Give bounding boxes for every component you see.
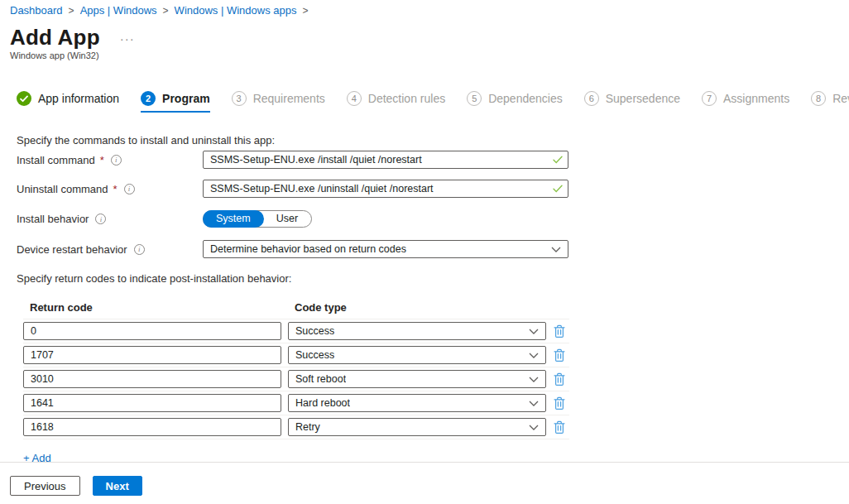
wizard-steps: App information 2 Program 3 Requirements… — [17, 91, 849, 113]
label-text: Install command — [17, 154, 95, 166]
step-number-icon: 2 — [141, 91, 156, 106]
breadcrumb-separator: > — [163, 5, 169, 17]
page-header: Add App ··· — [10, 25, 849, 50]
uninstall-command-input[interactable] — [203, 180, 568, 198]
info-icon[interactable] — [111, 155, 122, 166]
breadcrumb-dashboard[interactable]: Dashboard — [10, 4, 63, 17]
chevron-down-icon — [529, 353, 539, 359]
select-value: Retry — [295, 421, 320, 433]
install-command-input[interactable] — [203, 151, 568, 169]
install-command-label: Install command* — [17, 154, 203, 166]
return-code-input[interactable] — [23, 394, 281, 412]
device-restart-behavior-row: Device restart behavior Determine behavi… — [17, 240, 849, 258]
return-code-input[interactable] — [23, 370, 281, 388]
install-behavior-toggle: System User — [203, 210, 312, 228]
step-number-icon: 7 — [702, 91, 717, 106]
chevron-down-icon — [529, 377, 539, 383]
chevron-down-icon — [529, 329, 539, 335]
column-header-return-code: Return code — [30, 301, 295, 314]
device-restart-behavior-label: Device restart behavior — [17, 243, 203, 256]
step-label: Program — [162, 91, 210, 106]
wizard-footer: Previous Next — [0, 462, 849, 504]
select-value: Hard reboot — [295, 397, 350, 409]
code-type-select[interactable]: Success — [288, 322, 546, 340]
page-content: Dashboard>Apps | Windows>Windows | Windo… — [0, 0, 849, 462]
select-value: Soft reboot — [295, 373, 346, 385]
step-dependencies: 5 Dependencies — [467, 91, 563, 113]
info-icon[interactable] — [134, 244, 145, 255]
breadcrumb-apps-windows[interactable]: Apps | Windows — [80, 4, 157, 17]
chevron-down-icon — [529, 401, 539, 407]
step-label: App information — [38, 91, 119, 106]
step-number-icon: 6 — [584, 91, 599, 106]
more-options-button[interactable]: ··· — [118, 31, 137, 43]
info-icon[interactable] — [124, 184, 135, 194]
return-code-row: Soft reboot — [23, 367, 569, 391]
install-command-control — [203, 151, 568, 169]
select-value: Success — [295, 349, 334, 361]
step-app-information[interactable]: App information — [17, 91, 119, 113]
return-codes-section-title: Specify return codes to indicate post-in… — [17, 272, 849, 285]
page-subtitle: Windows app (Win32) — [10, 50, 849, 61]
breadcrumb-windows-apps[interactable]: Windows | Windows apps — [175, 4, 297, 17]
info-icon[interactable] — [95, 214, 106, 224]
delete-row-button[interactable] — [554, 420, 565, 434]
previous-button[interactable]: Previous — [10, 476, 80, 496]
return-codes-headers: Return code Code type — [30, 301, 849, 314]
install-behavior-row: Install behavior System User — [17, 210, 849, 228]
trash-icon — [554, 324, 565, 338]
toggle-option-user[interactable]: User — [263, 211, 311, 227]
code-type-select[interactable]: Hard reboot — [288, 394, 546, 412]
delete-row-button[interactable] — [554, 348, 565, 362]
delete-row-button[interactable] — [554, 396, 565, 410]
return-code-row: Success — [23, 343, 569, 367]
delete-row-button[interactable] — [554, 324, 565, 338]
next-button[interactable]: Next — [93, 476, 142, 496]
return-code-row: Success — [23, 319, 569, 343]
trash-icon — [554, 396, 565, 410]
step-label: Assignments — [723, 91, 789, 106]
required-marker: * — [113, 183, 118, 195]
uninstall-command-row: Uninstall command* — [17, 180, 849, 198]
code-type-select[interactable]: Soft reboot — [288, 370, 546, 388]
required-marker: * — [100, 154, 104, 166]
step-number-icon: 5 — [467, 91, 482, 106]
return-code-input[interactable] — [23, 346, 281, 364]
step-review-create: 8 Review + create — [811, 91, 849, 113]
code-type-select[interactable]: Retry — [288, 418, 546, 436]
trash-icon — [554, 348, 565, 362]
step-label: Requirements — [253, 91, 325, 106]
trash-icon — [554, 420, 565, 434]
step-assignments: 7 Assignments — [702, 91, 789, 113]
return-code-input[interactable] — [23, 418, 281, 436]
step-label: Dependencies — [488, 91, 563, 106]
breadcrumb: Dashboard>Apps | Windows>Windows | Windo… — [0, 0, 849, 17]
device-restart-behavior-control: Determine behavior based on return codes — [203, 240, 568, 258]
device-restart-behavior-select[interactable]: Determine behavior based on return codes — [203, 240, 568, 258]
return-codes-table: Success Success Soft reboot — [23, 319, 569, 439]
chevron-down-icon — [529, 425, 539, 431]
breadcrumb-separator: > — [69, 5, 74, 17]
label-text: Install behavior — [17, 213, 89, 225]
check-circle-icon — [17, 91, 31, 106]
step-label: Detection rules — [368, 91, 445, 106]
step-number-icon: 3 — [232, 91, 247, 106]
step-program[interactable]: 2 Program — [141, 91, 210, 113]
label-text: Uninstall command — [17, 183, 108, 195]
select-value: Success — [295, 325, 334, 337]
select-value: Determine behavior based on return codes — [210, 243, 406, 255]
page-title: Add App — [10, 25, 100, 50]
install-behavior-label: Install behavior — [17, 213, 203, 225]
uninstall-command-control — [203, 180, 568, 198]
add-return-code-link[interactable]: + Add — [23, 452, 51, 462]
return-code-row: Hard reboot — [23, 391, 569, 415]
trash-icon — [554, 372, 565, 386]
code-type-select[interactable]: Success — [288, 346, 546, 364]
return-code-row: Retry — [23, 415, 569, 439]
install-command-row: Install command* — [17, 151, 849, 169]
toggle-option-system[interactable]: System — [203, 210, 264, 228]
step-number-icon: 4 — [347, 91, 362, 106]
return-code-input[interactable] — [23, 322, 281, 340]
breadcrumb-separator: > — [302, 5, 308, 17]
delete-row-button[interactable] — [554, 372, 565, 386]
